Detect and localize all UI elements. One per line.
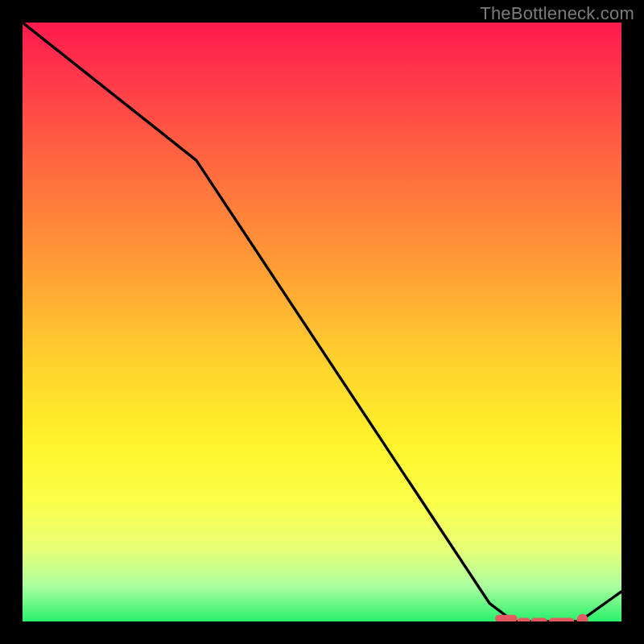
- bottleneck-curve-line: [23, 23, 621, 621]
- optimal-range-dashes: [499, 618, 571, 621]
- watermark-text: TheBottleneck.com: [480, 3, 634, 24]
- chart-svg: [23, 23, 621, 621]
- chart-frame: TheBottleneck.com: [0, 0, 644, 644]
- plot-area: [23, 23, 621, 621]
